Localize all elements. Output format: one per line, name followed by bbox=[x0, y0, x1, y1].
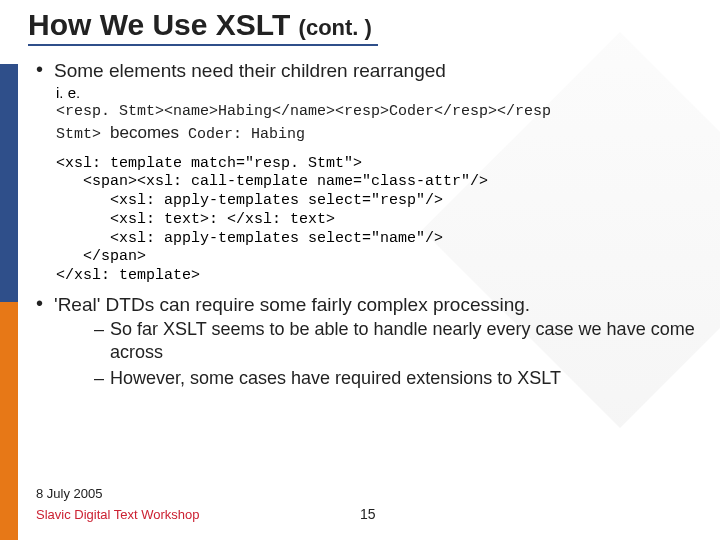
example-code: <resp. Stmt><name>Habing</name><resp>Cod… bbox=[56, 103, 700, 145]
bullet-list: Some elements need their children rearra… bbox=[28, 60, 700, 82]
xsl-line: <xsl: template match="resp. Stmt"> bbox=[56, 155, 362, 172]
footer-date: 8 July 2005 bbox=[36, 486, 200, 501]
sub-bullet-2: However, some cases have required extens… bbox=[94, 367, 700, 390]
title-main: How We Use XSLT bbox=[28, 8, 290, 41]
ie-label: i. e. bbox=[56, 84, 700, 101]
sub-text: However, some cases have required extens… bbox=[110, 368, 561, 388]
bullet-real-dtds: 'Real' DTDs can require some fairly comp… bbox=[36, 294, 700, 390]
xsl-line: <xsl: text>: </xsl: text> bbox=[56, 211, 335, 228]
becomes-result: Coder: Habing bbox=[188, 126, 305, 143]
footer-workshop: Slavic Digital Text Workshop bbox=[36, 507, 200, 522]
bullet-text: 'Real' DTDs can require some fairly comp… bbox=[54, 294, 530, 315]
bullet-text: Some elements need their children rearra… bbox=[54, 60, 446, 81]
slide-content: How We Use XSLT (cont. ) Some elements n… bbox=[28, 8, 700, 392]
sub-text: So far XSLT seems to be able to handle n… bbox=[110, 319, 695, 362]
xsl-line: </xsl: template> bbox=[56, 267, 200, 284]
sub-bullet-1: So far XSLT seems to be able to handle n… bbox=[94, 318, 700, 365]
xsl-line: </span> bbox=[56, 248, 146, 265]
page-number: 15 bbox=[360, 506, 376, 522]
slide-title: How We Use XSLT (cont. ) bbox=[28, 8, 378, 46]
left-accent-bar bbox=[0, 64, 18, 540]
becomes-word: becomes bbox=[110, 123, 179, 142]
xsl-template-code: <xsl: template match="resp. Stmt"> <span… bbox=[56, 155, 700, 286]
title-cont: (cont. ) bbox=[299, 15, 372, 40]
xsl-line: <xsl: apply-templates select="resp"/> bbox=[56, 192, 443, 209]
footer: 8 July 2005 Slavic Digital Text Workshop bbox=[36, 486, 200, 522]
xsl-line: <xsl: apply-templates select="name"/> bbox=[56, 230, 443, 247]
xsl-line: <span><xsl: call-template name="class-at… bbox=[56, 173, 488, 190]
bullet-rearranged: Some elements need their children rearra… bbox=[36, 60, 700, 82]
bullet-list-2: 'Real' DTDs can require some fairly comp… bbox=[28, 294, 700, 390]
